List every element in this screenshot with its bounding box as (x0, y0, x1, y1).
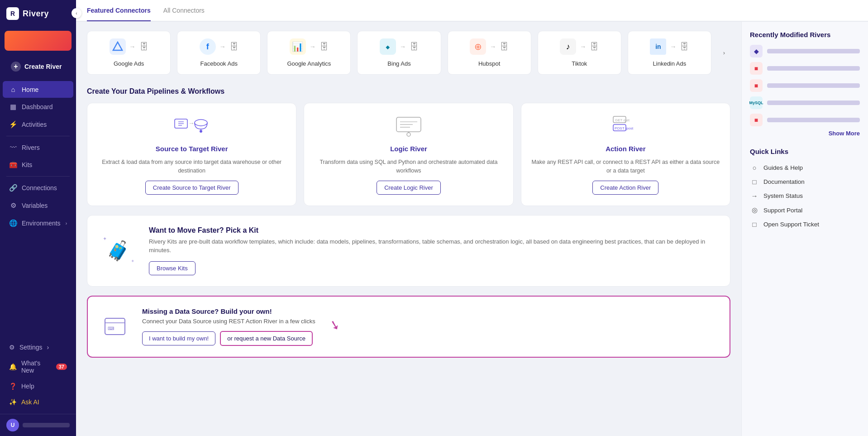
sidebar-item-rivers[interactable]: 〰 Rivers (3, 139, 73, 156)
sidebar-bottom-nav: ⚙ Settings › 🔔 What's New 37 ❓ Help ✨ As… (0, 335, 76, 414)
missing-icon-area: ⌨ (100, 315, 129, 338)
create-logic-river-button[interactable]: Create Logic River (377, 181, 441, 195)
sidebar-item-help-label: Help (21, 383, 34, 390)
recently-modified-item-5: ■ (750, 114, 860, 126)
pipeline-card-action: GET /get POST /post Action River Make an… (521, 103, 730, 206)
build-my-own-button[interactable]: I want to build my own! (142, 331, 215, 345)
pipelines-section-title: Create Your Data Pipelines & Workflows (87, 87, 730, 96)
create-source-target-river-button[interactable]: Create Source to Target River (145, 181, 238, 195)
svg-text:⌨: ⌨ (108, 326, 114, 331)
sidebar-banner (5, 31, 72, 51)
kit-card: 🧳 ✦ ✦ Want to Move Faster? Pick a Kit Ri… (87, 215, 730, 287)
status-icon: → (750, 192, 759, 200)
kit-title: Want to Move Faster? Pick a Kit (149, 226, 717, 235)
arrow-icon: → (580, 43, 586, 50)
connector-name-linkedin-ads: Linkedin Ads (653, 60, 687, 67)
tab-featured-connectors[interactable]: Featured Connectors (87, 0, 151, 21)
environments-chevron-icon: › (66, 221, 67, 226)
sidebar-item-whats-new[interactable]: 🔔 What's New 37 (3, 355, 73, 378)
missing-description: Connect your Data Source using REST Acti… (142, 318, 717, 325)
rm-icon-1: ◆ (750, 45, 763, 57)
quick-link-guides[interactable]: ○ Guides & Help (750, 161, 860, 175)
variables-icon: ⚙ (9, 201, 17, 210)
missing-buttons: I want to build my own! or request a new… (142, 331, 717, 346)
db-icon: 🗄 (229, 42, 238, 52)
quick-link-docs[interactable]: □ Documentation (750, 175, 860, 189)
svg-text:POST /post: POST /post (615, 126, 634, 130)
browse-kits-button[interactable]: Browse Kits (149, 261, 196, 275)
create-action-river-button[interactable]: Create Action River (592, 181, 658, 195)
sidebar-item-variables[interactable]: ⚙ Variables (3, 197, 73, 214)
sidebar-collapse-button[interactable]: ‹ (72, 8, 81, 18)
sidebar-item-settings-label: Settings (19, 344, 43, 351)
ask-ai-icon: ✨ (9, 398, 17, 406)
connector-name-bing-ads: Bing Ads (387, 60, 410, 67)
sidebar-item-help[interactable]: ❓ Help (3, 379, 73, 394)
quick-links-list: ○ Guides & Help □ Documentation → System… (750, 161, 860, 231)
docs-icon: □ (750, 178, 759, 186)
sidebar-nav: ⌂ Home ▦ Dashboard ⚡ Activities 〰 Rivers… (0, 79, 76, 335)
rm-name-1 (767, 49, 860, 53)
home-icon: ⌂ (9, 86, 17, 93)
connector-card-linkedin-ads[interactable]: in → 🗄 Linkedin Ads (628, 31, 711, 75)
quick-link-status[interactable]: → System Status (750, 189, 860, 203)
support-portal-icon: ◎ (750, 206, 759, 214)
quick-link-support-portal[interactable]: ◎ Support Portal (750, 203, 860, 217)
connector-card-bing-ads[interactable]: ⬥ → 🗄 Bing Ads (357, 31, 441, 75)
sidebar-item-connections[interactable]: 🔗 Connections (3, 179, 73, 196)
main-content: Featured Connectors All Connectors → 🗄 G… (76, 0, 868, 436)
connector-card-google-analytics[interactable]: 📊 → 🗄 Google Analytics (267, 31, 351, 75)
pipeline-card-source-target-desc: Extract & load data from any source into… (96, 158, 287, 175)
kits-icon: 🧰 (9, 161, 17, 169)
sidebar-item-ask-ai[interactable]: ✨ Ask AI (3, 394, 73, 410)
whats-new-icon: 🔔 (9, 363, 17, 370)
sidebar-item-environments[interactable]: 🌐 Environments › (3, 215, 73, 232)
create-river-label: Create River (24, 63, 62, 70)
quick-link-support-ticket[interactable]: □ Open Support Ticket (750, 217, 860, 231)
pipeline-card-logic-desc: Transform data using SQL and Python and … (313, 158, 504, 175)
quick-links-title: Quick Links (750, 148, 860, 155)
connectors-row: → 🗄 Google Ads f → 🗄 Facebook Ads (87, 31, 730, 75)
help-icon: ❓ (9, 383, 17, 390)
connector-card-hubspot[interactable]: ⊕ → 🗄 Hubspot (448, 31, 531, 75)
connector-card-facebook-ads[interactable]: f → 🗄 Facebook Ads (177, 31, 261, 75)
quick-link-status-label: System Status (763, 192, 803, 199)
connector-card-tiktok[interactable]: ♪ → 🗄 Tiktok (538, 31, 621, 75)
tab-all-connectors[interactable]: All Connectors (163, 0, 205, 21)
sidebar: R Rivery ‹ + Create River ⌂ Home ▦ Dashb… (0, 0, 76, 436)
rivers-icon: 〰 (9, 144, 17, 151)
user-avatar: U (6, 419, 19, 431)
quick-link-docs-label: Documentation (763, 178, 805, 185)
right-sidebar: Recently Modified Rivers ◆ ■ ■ MySQL (741, 22, 868, 436)
svg-point-6 (195, 120, 207, 126)
guides-icon: ○ (750, 164, 759, 172)
connector-name-facebook-ads: Facebook Ads (200, 60, 238, 67)
show-more-link[interactable]: Show More (750, 130, 860, 137)
connector-card-google-ads[interactable]: → 🗄 Google Ads (87, 31, 171, 75)
missing-content: Missing a Data Source? Build your own! C… (142, 307, 717, 346)
sidebar-item-activities[interactable]: ⚡ Activities (3, 116, 73, 133)
request-data-source-button[interactable]: or request a new Data Source (220, 331, 313, 346)
svg-point-13 (407, 133, 410, 136)
activities-icon: ⚡ (9, 120, 17, 129)
logic-icon (313, 114, 504, 139)
pipeline-card-logic-title: Logic River (313, 145, 504, 153)
arrow-icon: → (219, 43, 226, 50)
db-icon: 🗄 (590, 42, 599, 52)
rm-icon-5: ■ (750, 114, 763, 126)
db-icon: 🗄 (680, 42, 689, 52)
main-tabs: Featured Connectors All Connectors (76, 0, 868, 22)
sidebar-item-settings[interactable]: ⚙ Settings › (3, 340, 73, 355)
connectors-next-button[interactable]: › (718, 47, 730, 59)
logo-icon: R (6, 7, 19, 20)
recently-modified-item-2: ■ (750, 62, 860, 75)
connector-name-google-analytics: Google Analytics (287, 60, 331, 67)
pipelines-row: → Source to Target River Extract & load … (87, 103, 730, 206)
create-river-button[interactable]: + Create River (5, 58, 72, 75)
sidebar-item-dashboard[interactable]: ▦ Dashboard (3, 98, 73, 115)
sidebar-item-kits[interactable]: 🧰 Kits (3, 156, 73, 173)
sidebar-item-home[interactable]: ⌂ Home (3, 81, 73, 98)
main-body: → 🗄 Google Ads f → 🗄 Facebook Ads (76, 22, 868, 436)
settings-chevron-icon: › (47, 344, 49, 351)
rm-name-5 (767, 118, 860, 122)
